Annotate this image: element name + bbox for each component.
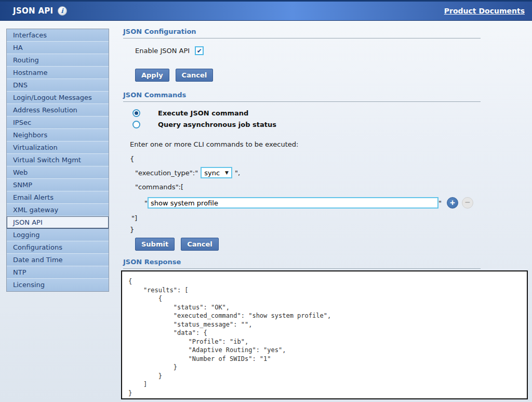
sidebar-item-dns[interactable]: DNS bbox=[7, 79, 109, 92]
main-content: JSON Configuration Enable JSON API ✔ App… bbox=[123, 23, 481, 296]
execute-json-command-row: Execute JSON command bbox=[132, 109, 481, 117]
execution-type-value: sync bbox=[204, 169, 220, 177]
commands-array-close: "] bbox=[131, 214, 481, 222]
submit-button[interactable]: Submit bbox=[135, 238, 175, 251]
sidebar-item-ipsec[interactable]: IPSec bbox=[7, 116, 109, 129]
dropdown-arrow-icon: ▼ bbox=[225, 170, 229, 175]
execution-type-prefix: "execution_type":" bbox=[135, 169, 198, 177]
sidebar-item-address-resolution[interactable]: Address Resolution bbox=[7, 104, 109, 116]
sidebar-item-ha[interactable]: HA bbox=[7, 42, 109, 54]
sidebar-item-routing[interactable]: Routing bbox=[7, 54, 109, 67]
sidebar-item-hostname[interactable]: Hostname bbox=[7, 67, 109, 79]
sidebar-item-ntp[interactable]: NTP bbox=[7, 266, 109, 279]
cli-command-input[interactable] bbox=[148, 197, 438, 209]
add-command-button[interactable]: + bbox=[447, 197, 458, 209]
command-close-quote: " bbox=[438, 199, 442, 207]
sidebar-item-logging[interactable]: Logging bbox=[7, 229, 109, 241]
execution-type-suffix: ", bbox=[235, 169, 240, 177]
sidebar-item-date-and-time[interactable]: Date and Time bbox=[7, 254, 109, 266]
commands-array-open: "commands":[ bbox=[135, 183, 481, 191]
sidebar-item-xml-gateway[interactable]: XML gateway bbox=[7, 204, 109, 216]
sidebar-item-licensing[interactable]: Licensing bbox=[7, 279, 109, 291]
cancel-button-commands[interactable]: Cancel bbox=[181, 238, 219, 251]
sidebar-item-neighbors[interactable]: Neighbors bbox=[7, 129, 109, 141]
execution-type-line: "execution_type":" sync ▼ ", bbox=[135, 167, 481, 178]
section-title-json-configuration: JSON Configuration bbox=[123, 28, 481, 38]
sidebar-item-virtualization[interactable]: Virtualization bbox=[7, 141, 109, 154]
query-async-job-status-label: Query asynchronous job status bbox=[158, 121, 276, 128]
sidebar-item-interfaces[interactable]: Interfaces bbox=[7, 29, 109, 42]
configuration-buttons: Apply Cancel bbox=[135, 69, 481, 82]
cli-commands-prompt: Enter one or more CLI commands to be exe… bbox=[130, 140, 481, 148]
sidebar-item-configurations[interactable]: Configurations bbox=[7, 241, 109, 254]
enable-json-api-label: Enable JSON API bbox=[135, 47, 190, 55]
enable-json-api-checkbox[interactable]: ✔ bbox=[195, 46, 204, 55]
json-response-output[interactable]: { "results": [ { "status": "OK", "execut… bbox=[121, 270, 528, 399]
section-title-json-commands: JSON Commands bbox=[123, 91, 481, 102]
sidebar-item-email-alerts[interactable]: Email Alerts bbox=[7, 191, 109, 204]
checkmark-icon: ✔ bbox=[197, 48, 202, 54]
sidebar-item-json-api[interactable]: JSON API bbox=[7, 216, 109, 229]
apply-button[interactable]: Apply bbox=[135, 69, 169, 82]
sidebar-nav: Interfaces HA Routing Hostname DNS Login… bbox=[6, 29, 109, 292]
execute-json-command-label: Execute JSON command bbox=[158, 109, 248, 117]
enable-json-api-row: Enable JSON API ✔ bbox=[135, 46, 481, 55]
json-response-text: { "results": [ { "status": "OK", "execut… bbox=[122, 271, 527, 402]
json-open-brace: { bbox=[130, 155, 481, 163]
sidebar-item-virtual-switch-mgmt[interactable]: Virtual Switch Mgmt bbox=[7, 154, 109, 166]
info-icon[interactable]: i bbox=[58, 6, 67, 16]
sidebar-item-snmp[interactable]: SNMP bbox=[7, 179, 109, 191]
execute-json-command-radio[interactable] bbox=[132, 109, 140, 117]
json-close-brace: } bbox=[130, 226, 481, 234]
section-title-json-response: JSON Response bbox=[123, 258, 481, 269]
execution-type-select[interactable]: sync ▼ bbox=[201, 167, 232, 178]
query-async-job-status-row: Query asynchronous job status bbox=[132, 121, 481, 128]
commands-buttons: Submit Cancel bbox=[135, 238, 481, 251]
command-input-row: " " + − bbox=[144, 197, 481, 209]
page-title: JSON API bbox=[13, 6, 54, 16]
cancel-button-configuration[interactable]: Cancel bbox=[176, 69, 214, 82]
sidebar-item-web[interactable]: Web bbox=[7, 166, 109, 179]
title-bar: JSON API i Product Documents bbox=[0, 0, 532, 21]
remove-command-button[interactable]: − bbox=[462, 197, 473, 209]
product-documents-link[interactable]: Product Documents bbox=[444, 7, 525, 15]
query-async-job-status-radio[interactable] bbox=[132, 121, 140, 128]
sidebar-item-login-logout-messages[interactable]: Login/Logout Messages bbox=[7, 92, 109, 104]
